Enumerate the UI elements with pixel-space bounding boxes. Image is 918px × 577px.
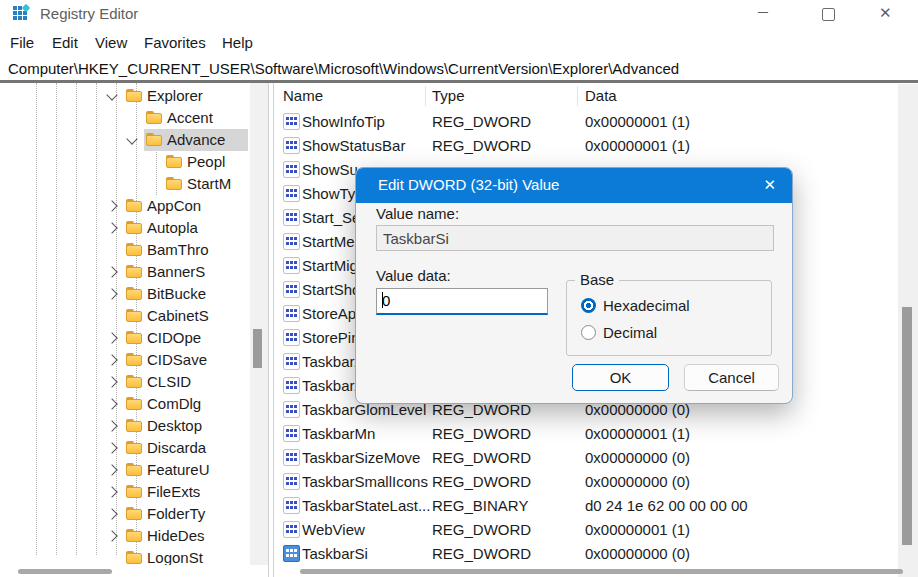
value-row-showstatusbar[interactable]: ShowStatusBarREG_DWORD0x00000001 (1) [274,134,898,158]
value-row-taskbarstatelast-[interactable]: TaskbarStateLast...REG_BINARYd0 24 1e 62… [274,494,898,518]
address-bar[interactable]: Computer\HKEY_CURRENT_USER\Software\Micr… [0,56,918,83]
tree-item-advance[interactable]: Advance [0,129,250,151]
tree-item-appcon[interactable]: AppCon [0,195,250,217]
chevron-right-icon[interactable] [106,200,117,211]
folder-icon [126,397,142,410]
folder-icon [126,221,142,234]
tree-item-bamthro[interactable]: BamThro [0,239,250,261]
list-horizontal-scrollbar-thumb[interactable] [300,569,903,574]
tree-horizontal-scrollbar-thumb[interactable] [18,569,112,574]
value-row-webview[interactable]: WebViewREG_DWORD0x00000001 (1) [274,518,898,542]
column-header-data[interactable]: Data [585,87,617,104]
tree-item-banners[interactable]: BannerS [0,261,250,283]
tree-item-accent[interactable]: Accent [0,107,250,129]
reg-value-icon [283,329,300,346]
tree-item-bitbucke[interactable]: BitBucke [0,283,250,305]
chevron-down-icon[interactable] [126,133,137,144]
radio-hexadecimal-button[interactable] [581,298,596,313]
maximize-icon[interactable] [822,8,835,21]
tree-item-hidedes[interactable]: HideDes [0,525,250,547]
chevron-right-icon[interactable] [106,464,117,475]
tree-item-clsid[interactable]: CLSID [0,371,250,393]
value-data-field[interactable]: 0 [376,288,548,315]
value-name: ShowInfoTip [302,113,385,130]
list-vertical-scrollbar-thumb[interactable] [902,307,912,545]
column-header-type[interactable]: Type [432,87,465,104]
value-name: Start_Se [302,209,360,226]
chevron-right-icon[interactable] [106,376,117,387]
tree-item-label: Advance [167,131,225,148]
reg-value-icon [283,281,300,298]
tree-item-label: Accent [167,109,213,126]
tree-item-cidope[interactable]: CIDOpe [0,327,250,349]
folder-icon [126,529,142,542]
registry-editor-window: Registry Editor ─ ✕ FileEditViewFavorite… [0,0,918,577]
tree-item-label: Peopl [187,153,225,170]
value-row-taskbarmn[interactable]: TaskbarMnREG_DWORD0x00000001 (1) [274,422,898,446]
registry-editor-app-icon [13,6,29,22]
tree-vertical-scrollbar-thumb[interactable] [253,329,262,368]
chevron-down-icon[interactable] [106,89,117,100]
chevron-right-icon[interactable] [106,486,117,497]
value-row-taskbarsmallicons[interactable]: TaskbarSmallIconsREG_DWORD0x00000000 (0) [274,470,898,494]
chevron-right-icon[interactable] [106,420,117,431]
tree-item-discarda[interactable]: Discarda [0,437,250,459]
chevron-right-icon[interactable] [106,288,117,299]
value-data-text: 0 [382,292,390,309]
chevron-right-icon[interactable] [106,442,117,453]
menu-file[interactable]: File [10,34,34,51]
dialog-close-icon[interactable]: ✕ [763,176,776,194]
value-row-taskbarsizemove[interactable]: TaskbarSizeMoveREG_DWORD0x00000000 (0) [274,446,898,470]
value-name: TaskbarSizeMove [302,449,420,466]
folder-icon [166,155,182,168]
value-data: 0x00000001 (1) [585,521,690,538]
reg-value-icon [283,377,300,394]
tree-item-label: FileExts [147,483,200,500]
chevron-right-icon[interactable] [106,266,117,277]
folder-icon [126,265,142,278]
tree-item-cabinets[interactable]: CabinetS [0,305,250,327]
tree-item-label: ComDlg [147,395,201,412]
close-icon[interactable]: ✕ [879,5,892,20]
tree-item-startm[interactable]: StartM [0,173,250,195]
menu-bar: FileEditViewFavoritesHelp [0,30,918,56]
ok-button[interactable]: OK [572,364,669,391]
tree-vertical-scrollbar[interactable] [250,83,268,565]
tree-item-peopl[interactable]: Peopl [0,151,250,173]
tree-item-comdlg[interactable]: ComDlg [0,393,250,415]
column-header-name[interactable]: Name [283,87,323,104]
reg-value-icon [283,425,300,442]
menu-edit[interactable]: Edit [52,34,78,51]
folder-icon [126,507,142,520]
value-row-showinfotip[interactable]: ShowInfoTipREG_DWORD0x00000001 (1) [274,110,898,134]
value-name-field[interactable]: TaskbarSi [376,225,774,251]
value-data: 0x00000001 (1) [585,425,690,442]
chevron-right-icon[interactable] [106,332,117,343]
tree-item-featureu[interactable]: FeatureU [0,459,250,481]
value-row-taskbarsi[interactable]: TaskbarSiREG_DWORD0x00000000 (0) [274,542,898,566]
tree-item-folderty[interactable]: FolderTy [0,503,250,525]
chevron-right-icon[interactable] [106,508,117,519]
menu-favorites[interactable]: Favorites [144,34,206,51]
cancel-button[interactable]: Cancel [684,364,779,391]
chevron-right-icon[interactable] [106,354,117,365]
folder-icon [146,133,162,146]
tree-item-explorer[interactable]: Explorer [0,85,250,107]
chevron-right-icon[interactable] [106,398,117,409]
minimize-icon[interactable]: ─ [758,5,768,20]
tree-item-logonst[interactable]: LogonSt [0,547,250,565]
column-separator[interactable] [425,86,426,106]
tree-item-fileexts[interactable]: FileExts [0,481,250,503]
window-titlebar: Registry Editor ─ ✕ [0,0,918,28]
list-vertical-scrollbar[interactable] [898,84,918,577]
radio-decimal-button[interactable] [581,325,596,340]
tree-item-cidsave[interactable]: CIDSave [0,349,250,371]
chevron-right-icon[interactable] [106,530,117,541]
column-separator[interactable] [577,86,578,106]
tree-item-autopla[interactable]: Autopla [0,217,250,239]
menu-view[interactable]: View [95,34,127,51]
tree-item-desktop[interactable]: Desktop [0,415,250,437]
folder-icon [126,199,142,212]
chevron-right-icon[interactable] [106,222,117,233]
menu-help[interactable]: Help [222,34,253,51]
